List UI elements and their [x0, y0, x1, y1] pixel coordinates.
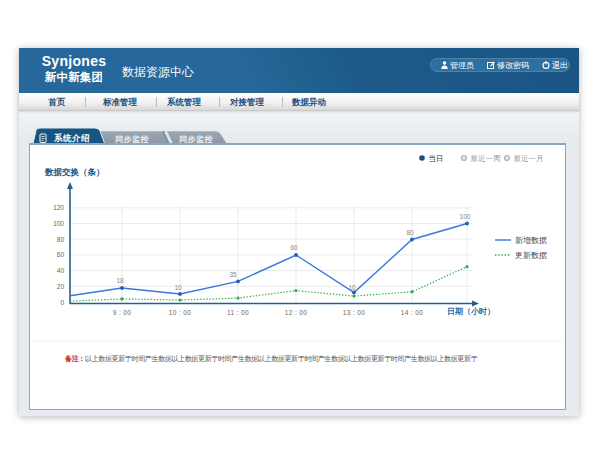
svg-text:35: 35	[229, 271, 237, 278]
svg-text:0: 0	[60, 299, 64, 306]
svg-text:100: 100	[53, 220, 64, 227]
svg-text:80: 80	[406, 229, 414, 236]
svg-text:120: 120	[53, 204, 64, 211]
svg-text:18: 18	[116, 277, 124, 284]
svg-text:11 : 00: 11 : 00	[227, 309, 249, 316]
svg-text:40: 40	[57, 267, 65, 274]
svg-text:12 : 00: 12 : 00	[285, 309, 308, 316]
svg-text:更新数据: 更新数据	[515, 251, 547, 260]
svg-text:日期（小时）: 日期（小时）	[447, 307, 495, 316]
svg-text:新增数据: 新增数据	[515, 236, 547, 245]
svg-text:60: 60	[57, 251, 65, 258]
svg-text:当日: 当日	[429, 154, 444, 163]
svg-text:80: 80	[57, 236, 65, 243]
svg-text:9 : 00: 9 : 00	[113, 309, 132, 316]
svg-text:13 : 00: 13 : 00	[343, 309, 366, 316]
svg-text:14 : 00: 14 : 00	[401, 309, 424, 316]
svg-text:100: 100	[460, 213, 471, 220]
svg-text:最近一周: 最近一周	[471, 154, 501, 163]
svg-text:60: 60	[290, 244, 298, 251]
svg-text:数据交换（条）: 数据交换（条）	[44, 167, 105, 177]
svg-text:10: 10	[348, 284, 356, 291]
svg-text:10 : 00: 10 : 00	[169, 309, 192, 316]
svg-text:20: 20	[57, 283, 65, 290]
svg-text:最近一月: 最近一月	[514, 154, 544, 163]
svg-text:10: 10	[174, 284, 182, 291]
